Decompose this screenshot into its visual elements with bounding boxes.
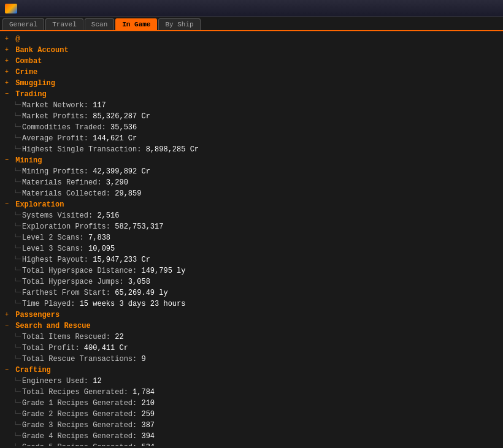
expand-icon[interactable]: + — [2, 57, 11, 66]
category-label: Trading — [11, 89, 47, 99]
stat-value: 149,795 ly — [141, 267, 185, 275]
stat-label: Market Network: 117 — [22, 101, 106, 110]
tree-connector: └─ — [2, 222, 22, 232]
collapse-icon[interactable]: − — [2, 156, 11, 165]
stat-value: 259 — [141, 410, 155, 419]
tab-travel[interactable]: Travel — [45, 18, 83, 30]
stat-value: 35,536 — [110, 123, 137, 132]
tree-item-collapsed[interactable]: + Passengers — [0, 309, 503, 321]
tree-connector: └─ — [2, 420, 22, 430]
stat-label: Materials Refined: 3,290 — [22, 178, 128, 188]
tree-connector: └─ — [2, 299, 22, 309]
category-label: Passengers — [11, 310, 60, 320]
expand-icon[interactable]: + — [2, 46, 11, 55]
stat-value: 400,411 Cr — [84, 344, 128, 352]
tree-connector: └─ — [2, 178, 22, 188]
collapse-icon[interactable]: − — [2, 90, 11, 99]
stat-label: Systems Visited: 2,516 — [22, 211, 119, 221]
stat-label: Exploration Profits: 582,753,317 — [22, 222, 163, 232]
stat-row: └─ Market Network: 117 — [0, 100, 503, 111]
stat-row: └─ Total Hyperspace Distance: 149,795 ly — [0, 265, 503, 276]
stat-row: └─ Grade 1 Recipes Generated: 210 — [0, 398, 503, 409]
stat-row: └─ Highest Payout: 15,947,233 Cr — [0, 254, 503, 265]
tree-connector: └─ — [2, 145, 22, 154]
stat-label: Total Hyperspace Distance: 149,795 ly — [22, 266, 185, 276]
title-bar — [0, 0, 503, 17]
collapse-icon[interactable]: − — [2, 366, 11, 374]
stat-label: Commodities Traded: 35,536 — [22, 123, 137, 132]
tree-item-collapsed[interactable]: + @ — [0, 34, 503, 45]
stat-value: 42,399,892 Cr — [93, 167, 150, 176]
tree-connector: └─ — [2, 354, 22, 364]
tree-connector: └─ — [2, 442, 22, 446]
expand-icon[interactable]: + — [2, 311, 11, 319]
stat-value: 3,290 — [106, 178, 128, 187]
stat-row: └─ Average Profit: 144,621 Cr — [0, 133, 503, 144]
stat-value: 534 — [141, 443, 155, 446]
stat-row: └─ Total Profit: 400,411 Cr — [0, 343, 503, 354]
stat-value: 29,859 — [115, 189, 141, 198]
stat-label: Total Profit: 400,411 Cr — [22, 343, 128, 353]
tree-connector: └─ — [2, 244, 22, 254]
stat-label: Mining Profits: 42,399,892 Cr — [22, 167, 150, 177]
expand-icon[interactable]: + — [2, 68, 11, 77]
tree-connector: └─ — [2, 376, 22, 386]
tree-connector: └─ — [2, 277, 22, 287]
stat-row: └─ Exploration Profits: 582,753,317 — [0, 221, 503, 232]
stat-label: Market Profits: 85,326,287 Cr — [22, 112, 150, 121]
stat-row: └─ Materials Collected: 29,859 — [0, 188, 503, 199]
tab-general[interactable]: General — [2, 18, 44, 30]
tree-connector: └─ — [2, 288, 22, 298]
category-label: Combat — [11, 56, 42, 66]
category-label: Crime — [11, 67, 37, 77]
tree-item-expanded[interactable]: − Exploration — [0, 199, 503, 210]
stat-label: Grade 5 Recipes Generated: 534 — [22, 442, 155, 446]
stat-row: └─ Total Hyperspace Jumps: 3,058 — [0, 276, 503, 287]
tab-in-game[interactable]: In Game — [115, 18, 157, 30]
tab-scan[interactable]: Scan — [85, 18, 114, 30]
tabs-bar: GeneralTravelScanIn GameBy Ship — [0, 17, 503, 31]
tree-connector: └─ — [2, 332, 22, 342]
tree-connector: └─ — [2, 134, 22, 143]
stat-label: Materials Collected: 29,859 — [22, 189, 141, 199]
tree-item-collapsed[interactable]: + Bank Account — [0, 45, 503, 56]
tree-connector: └─ — [2, 409, 22, 419]
tree-item-expanded[interactable]: − Crafting — [0, 365, 503, 376]
collapse-icon[interactable]: − — [2, 322, 11, 330]
stat-value: 10,095 — [88, 245, 115, 253]
stat-label: Grade 4 Recipes Generated: 394 — [22, 431, 155, 441]
tree-connector: └─ — [2, 167, 22, 177]
stat-row: └─ Market Profits: 85,326,287 Cr — [0, 111, 503, 122]
stat-value: 7,838 — [88, 233, 110, 242]
stat-row: └─ Total Rescue Transactions: 9 — [0, 354, 503, 365]
tree-item-expanded[interactable]: − Mining — [0, 155, 503, 166]
stat-value: 65,269.49 ly — [115, 289, 167, 297]
stat-row: └─ Highest Single Transaction: 8,898,285… — [0, 144, 503, 155]
category-label: Exploration — [11, 200, 64, 210]
tree-item-collapsed[interactable]: + Smuggling — [0, 78, 503, 89]
stat-row: └─ Grade 3 Recipes Generated: 387 — [0, 420, 503, 431]
stat-row: └─ Farthest From Start: 65,269.49 ly — [0, 287, 503, 298]
tree-content: + @ + Bank Account + Combat + Crime + Sm… — [0, 31, 503, 446]
tree-connector: └─ — [2, 266, 22, 276]
stat-value: 22 — [115, 333, 123, 341]
tree-item-collapsed[interactable]: + Crime — [0, 67, 503, 78]
stat-label: Grade 3 Recipes Generated: 387 — [22, 420, 155, 430]
tab-by-ship[interactable]: By Ship — [158, 18, 200, 30]
stat-row: └─ Total Items Rescued: 22 — [0, 332, 503, 343]
tree-connector: └─ — [2, 211, 22, 221]
expand-icon[interactable]: + — [2, 79, 11, 88]
stat-value: 2,516 — [97, 211, 119, 220]
tree-connector: └─ — [2, 112, 22, 121]
stat-row: └─ Grade 5 Recipes Generated: 534 — [0, 442, 503, 446]
tree-item-collapsed[interactable]: + Combat — [0, 56, 503, 67]
collapse-icon[interactable]: − — [2, 200, 11, 209]
tree-item-expanded[interactable]: − Search and Rescue — [0, 321, 503, 332]
tree-connector: └─ — [2, 255, 22, 265]
stat-label: Engineers Used: 12 — [22, 376, 102, 386]
stat-label: Level 2 Scans: 7,838 — [22, 233, 110, 243]
stat-row: └─ Total Recipes Generated: 1,784 — [0, 387, 503, 398]
stat-label: Farthest From Start: 65,269.49 ly — [22, 288, 168, 298]
expand-icon[interactable]: + — [2, 35, 11, 44]
tree-item-expanded[interactable]: − Trading — [0, 89, 503, 100]
